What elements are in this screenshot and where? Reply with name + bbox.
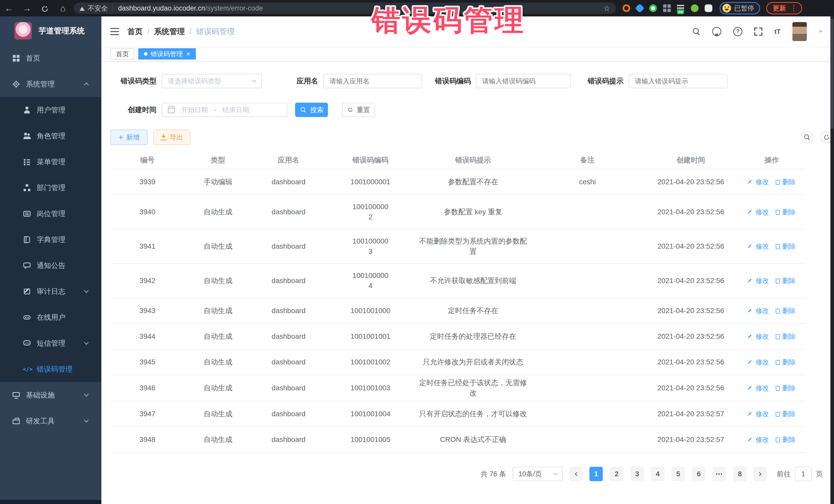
edit-link[interactable]: 修改 <box>748 276 769 286</box>
delete-link[interactable]: 删除 <box>775 177 796 187</box>
tab-home[interactable]: 首页 <box>110 48 134 60</box>
delete-link[interactable]: 删除 <box>775 306 796 316</box>
sidebar-scrollbar[interactable] <box>0 500 101 504</box>
tab-error-code[interactable]: 错误码管理 × <box>138 48 196 60</box>
sidebar-item[interactable]: 角色管理 <box>0 123 101 149</box>
table-row[interactable]: 3941自动生成dashboard100100000 3不能删除类型为系统内置的… <box>110 229 806 264</box>
delete-link[interactable]: 删除 <box>775 383 796 393</box>
sidebar-item[interactable]: 在线用户 <box>0 304 101 330</box>
delete-link[interactable]: 删除 <box>775 409 796 419</box>
sidebar-item[interactable]: 字典管理 <box>0 226 101 253</box>
breadcrumb-item[interactable]: 系统管理 <box>154 26 185 37</box>
table-row[interactable]: 3942自动生成dashboard100100000 4不允许获取敏感配置到前端… <box>110 264 806 298</box>
table-row[interactable]: 3947自动生成dashboard1001001004只有开启状态的任务，才可以… <box>110 401 806 427</box>
forward-icon[interactable]: → <box>18 0 36 17</box>
breadcrumb-item[interactable]: 首页 <box>127 26 143 37</box>
add-button[interactable]: + 新增 <box>110 130 148 145</box>
font-size-icon[interactable] <box>774 28 781 36</box>
next-page-button[interactable] <box>753 467 767 481</box>
delete-link[interactable]: 删除 <box>775 357 796 367</box>
sidebar-item[interactable]: 基础设施 <box>0 382 101 408</box>
page-button-4[interactable]: 4 <box>651 467 664 481</box>
sidebar-item[interactable]: </> 错误码管理 <box>0 356 101 382</box>
ext-green-circle[interactable] <box>649 4 657 12</box>
avatar[interactable] <box>792 22 807 41</box>
edit-link[interactable]: 修改 <box>748 177 769 187</box>
delete-link[interactable]: 删除 <box>775 276 796 286</box>
edit-link[interactable]: 修改 <box>748 331 769 342</box>
sidebar-item[interactable]: 研发工具 <box>0 408 101 434</box>
github-icon[interactable] <box>712 27 721 36</box>
browser-menu-icon[interactable]: ⋮ <box>790 6 797 11</box>
avatar-caret-icon[interactable] <box>819 30 823 35</box>
delete-link[interactable]: 删除 <box>775 331 796 342</box>
search-button[interactable]: 搜索 <box>295 103 328 117</box>
sidebar-item[interactable]: 岗位管理 <box>0 201 101 226</box>
home-icon[interactable]: ⌂ <box>54 0 72 17</box>
date-range-picker[interactable]: 开始日期 - 结束日期 <box>162 103 287 117</box>
not-secure-label[interactable]: 不安全 <box>88 4 108 13</box>
hamburger-icon[interactable] <box>110 28 119 35</box>
page-ellipsis[interactable]: ••• <box>712 467 726 481</box>
delete-link[interactable]: 删除 <box>775 241 796 251</box>
page-button-5[interactable]: 5 <box>672 467 685 481</box>
ext-list[interactable]: on <box>677 4 685 12</box>
ext-orange-ring[interactable] <box>622 4 630 12</box>
prev-page-button[interactable] <box>569 467 583 481</box>
reload-icon[interactable] <box>36 0 54 17</box>
sidebar-item[interactable]: 短信管理 <box>0 330 101 356</box>
edit-link[interactable]: 修改 <box>748 409 769 419</box>
reset-button[interactable]: 重置 <box>342 103 375 117</box>
sidebar-item[interactable]: 首页 <box>0 45 101 71</box>
edit-link[interactable]: 修改 <box>748 435 769 445</box>
table-row[interactable]: 3948自动生成dashboard1001001005CRON 表达式不正确20… <box>110 427 806 453</box>
table-row[interactable]: 3943自动生成dashboard1001001000定时任务不存在2021-0… <box>110 298 806 324</box>
error-type-select[interactable]: 请选择错误码类型 <box>162 74 262 88</box>
page-button-1[interactable]: 1 <box>589 467 603 481</box>
page-button-6[interactable]: 6 <box>692 467 705 481</box>
page-scrollbar[interactable] <box>830 17 834 504</box>
edit-link[interactable]: 修改 <box>748 306 769 316</box>
edit-link[interactable]: 修改 <box>748 241 769 251</box>
browser-update-button[interactable]: 更新 ⋮ <box>766 2 802 14</box>
error-code-input[interactable] <box>476 74 571 88</box>
table-row[interactable]: 3946自动生成dashboard1001001003定时任务已经处于该状态，无… <box>110 375 806 401</box>
search-icon[interactable] <box>693 28 700 36</box>
table-row[interactable]: 3939手动编辑dashboard1001000001参数配置不存在ceshi2… <box>110 169 806 195</box>
address-bar[interactable]: 不安全 dashboard.yudao.iocoder.cn/system/er… <box>74 3 616 14</box>
sidebar-logo-row[interactable]: 芋道管理系统 <box>0 17 101 45</box>
sidebar-item[interactable]: 审计日志 <box>0 279 101 304</box>
table-row[interactable]: 3944自动生成dashboard1001001001定时任务的处理器已经存在2… <box>110 324 806 350</box>
page-size-select[interactable]: 10条/页 <box>513 467 563 481</box>
help-icon[interactable] <box>733 27 742 36</box>
sidebar-item[interactable]: 通知公告 <box>0 253 101 279</box>
page-button-3[interactable]: 3 <box>631 467 644 481</box>
table-row[interactable]: 3940自动生成dashboard100100000 2参数配置 key 重复2… <box>110 195 806 229</box>
export-button[interactable]: 导出 <box>153 130 191 145</box>
bookmark-star-icon[interactable]: ☆ <box>603 4 610 13</box>
delete-link[interactable]: 删除 <box>775 435 796 445</box>
app-name-input[interactable] <box>323 74 422 88</box>
delete-link[interactable]: 删除 <box>775 207 796 217</box>
fullscreen-icon[interactable] <box>754 27 762 36</box>
page-button-2[interactable]: 2 <box>610 467 623 481</box>
sidebar-item[interactable]: 部门管理 <box>0 175 101 201</box>
table-row[interactable]: 3945自动生成dashboard1001001002只允许修改为开启或者关闭状… <box>110 350 806 375</box>
goto-page-input[interactable] <box>795 467 812 481</box>
ext-puzzle[interactable] <box>705 4 712 12</box>
ext-blue-gem[interactable] <box>635 4 644 13</box>
scrollbar-thumb[interactable] <box>831 19 833 129</box>
back-icon[interactable]: ← <box>0 0 18 17</box>
url-text[interactable]: dashboard.yudao.iocoder.cn/system/error-… <box>118 4 600 12</box>
ext-grid[interactable] <box>663 4 671 12</box>
error-hint-input[interactable] <box>629 74 727 88</box>
sidebar-item[interactable]: 用户管理 <box>0 97 101 123</box>
edit-link[interactable]: 修改 <box>748 383 769 393</box>
toggle-search-button[interactable] <box>801 131 813 144</box>
edit-link[interactable]: 修改 <box>748 207 769 217</box>
page-button-8[interactable]: 8 <box>733 467 746 481</box>
paused-extension-pill[interactable]: 已暂停 <box>720 2 760 14</box>
close-tab-icon[interactable]: × <box>186 50 190 57</box>
ext-green-magnifier[interactable] <box>691 4 699 12</box>
edit-link[interactable]: 修改 <box>748 357 769 367</box>
